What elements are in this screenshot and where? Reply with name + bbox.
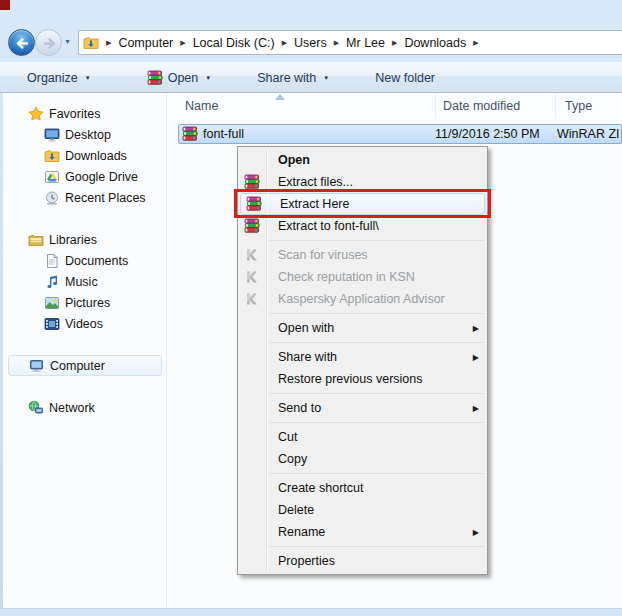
menu-item-label: Check reputation in KSN bbox=[278, 270, 415, 284]
sidebar-item-label: Videos bbox=[65, 317, 103, 331]
breadcrumb-item-computer[interactable]: Computer bbox=[118, 36, 173, 50]
new-folder-button[interactable]: New folder bbox=[366, 67, 444, 89]
gdrive-icon bbox=[44, 169, 60, 185]
recent-pages-dropdown[interactable]: ▼ bbox=[64, 38, 71, 45]
menu-icon-gutter bbox=[238, 247, 266, 263]
menu-item-share-with[interactable]: Share with▶ bbox=[238, 346, 487, 368]
breadcrumb-separator-icon: ▶ bbox=[275, 39, 294, 47]
sidebar-item-music[interactable]: Music bbox=[3, 271, 166, 292]
back-button[interactable] bbox=[8, 29, 35, 56]
context-menu: OpenExtract files...Extract HereExtract … bbox=[237, 146, 488, 575]
organize-button[interactable]: Organize▼ bbox=[18, 67, 100, 89]
address-bar[interactable]: ▶Computer▶Local Disk (C:)▶Users▶Mr Lee▶D… bbox=[78, 30, 622, 55]
sidebar-item-network[interactable]: Network bbox=[3, 397, 166, 418]
sidebar-item-label: Recent Places bbox=[65, 191, 146, 205]
new-folder-label: New folder bbox=[375, 71, 435, 85]
file-row-font-full[interactable]: font-full11/9/2016 2:50 PMWinRAR ZI bbox=[178, 124, 622, 144]
breadcrumb-item-local-disk-c[interactable]: Local Disk (C:) bbox=[193, 36, 275, 50]
kaspersky-icon bbox=[244, 247, 260, 263]
sidebar-item-videos[interactable]: Videos bbox=[3, 313, 166, 334]
sidebar-group-network: Network bbox=[3, 397, 166, 418]
menu-icon-gutter bbox=[240, 196, 268, 212]
breadcrumb-separator-icon: ▶ bbox=[466, 39, 485, 47]
file-name: font-full bbox=[203, 127, 435, 141]
menu-item-label: Copy bbox=[278, 452, 307, 466]
menu-item-extract-files[interactable]: Extract files... bbox=[238, 171, 487, 193]
menu-item-open[interactable]: Open bbox=[238, 149, 487, 171]
sidebar-group-libraries: LibrariesDocumentsMusicPicturesVideos bbox=[3, 229, 166, 334]
breadcrumb-item-mr-lee[interactable]: Mr Lee bbox=[346, 36, 385, 50]
menu-item-properties[interactable]: Properties bbox=[238, 550, 487, 572]
sidebar-item-label: Music bbox=[65, 275, 98, 289]
column-header-date-modified[interactable]: Date modified bbox=[436, 93, 556, 118]
sidebar-item-recent-places[interactable]: Recent Places bbox=[3, 187, 166, 208]
menu-separator bbox=[269, 419, 485, 426]
sidebar-item-documents[interactable]: Documents bbox=[3, 250, 166, 271]
menu-separator bbox=[269, 543, 485, 550]
libraries-icon bbox=[28, 232, 44, 248]
menu-item-label: Delete bbox=[278, 503, 314, 517]
breadcrumb-item-downloads[interactable]: Downloads bbox=[404, 36, 466, 50]
menu-item-restore-previous-versions[interactable]: Restore previous versions bbox=[238, 368, 487, 390]
menu-item-copy[interactable]: Copy bbox=[238, 448, 487, 470]
menu-item-check-reputation-in-ksn: Check reputation in KSN bbox=[238, 266, 487, 288]
sidebar-item-desktop[interactable]: Desktop bbox=[3, 124, 166, 145]
menu-item-label: Extract Here bbox=[280, 197, 349, 211]
submenu-arrow-icon: ▶ bbox=[473, 528, 479, 537]
sort-ascending-icon bbox=[275, 94, 285, 100]
column-header-type[interactable]: Type bbox=[556, 93, 622, 118]
submenu-arrow-icon: ▶ bbox=[473, 353, 479, 362]
menu-separator bbox=[269, 390, 485, 397]
share-with-button[interactable]: Share with▼ bbox=[248, 67, 338, 89]
column-header-label: Type bbox=[565, 99, 592, 113]
menu-item-label: Extract files... bbox=[278, 175, 353, 189]
menu-item-hover-highlight bbox=[240, 193, 485, 215]
menu-item-label: Create shortcut bbox=[278, 481, 363, 495]
sidebar-item-libraries[interactable]: Libraries bbox=[3, 229, 166, 250]
open-button[interactable]: Open▼ bbox=[138, 66, 221, 90]
winrar-icon bbox=[244, 174, 260, 190]
open-label: Open bbox=[168, 71, 199, 85]
column-header-label: Date modified bbox=[443, 99, 520, 113]
breadcrumb-separator-icon: ▶ bbox=[99, 39, 118, 47]
menu-item-delete[interactable]: Delete bbox=[238, 499, 487, 521]
sidebar-item-label: Libraries bbox=[49, 233, 97, 247]
winrar-icon bbox=[147, 70, 163, 86]
menu-item-label: Cut bbox=[278, 430, 297, 444]
sidebar-item-pictures[interactable]: Pictures bbox=[3, 292, 166, 313]
dropdown-caret-icon: ▼ bbox=[205, 75, 211, 81]
menu-item-rename[interactable]: Rename▶ bbox=[238, 521, 487, 543]
menu-item-send-to[interactable]: Send to▶ bbox=[238, 397, 487, 419]
organize-label: Organize bbox=[27, 71, 78, 85]
menu-item-label: Restore previous versions bbox=[278, 372, 423, 386]
back-arrow-icon bbox=[13, 34, 32, 53]
sidebar-item-downloads[interactable]: Downloads bbox=[3, 145, 166, 166]
sidebar-item-google-drive[interactable]: Google Drive bbox=[3, 166, 166, 187]
documents-icon bbox=[44, 253, 60, 269]
sidebar-item-favorites[interactable]: Favorites bbox=[3, 103, 166, 124]
sidebar-item-label: Favorites bbox=[49, 107, 100, 121]
kaspersky-icon bbox=[244, 291, 260, 307]
menu-item-scan-for-viruses: Scan for viruses bbox=[238, 244, 487, 266]
menu-item-cut[interactable]: Cut bbox=[238, 426, 487, 448]
sidebar-item-computer[interactable]: Computer bbox=[8, 355, 162, 376]
winrar-icon bbox=[182, 126, 198, 142]
menu-icon-gutter bbox=[238, 218, 266, 234]
column-header-name[interactable]: Name bbox=[167, 93, 436, 118]
menu-item-extract-to-font-full[interactable]: Extract to font-full\ bbox=[238, 215, 487, 237]
menu-item-extract-here[interactable]: Extract Here bbox=[240, 193, 485, 215]
menu-item-open-with[interactable]: Open with▶ bbox=[238, 317, 487, 339]
kaspersky-icon bbox=[244, 269, 260, 285]
computer-icon bbox=[29, 358, 45, 374]
downloads-icon bbox=[44, 148, 60, 164]
dropdown-caret-icon: ▼ bbox=[85, 75, 91, 81]
forward-button[interactable] bbox=[35, 29, 62, 56]
breadcrumb-item-users[interactable]: Users bbox=[294, 36, 327, 50]
menu-item-create-shortcut[interactable]: Create shortcut bbox=[238, 477, 487, 499]
winrar-icon bbox=[244, 218, 260, 234]
menu-item-label: Extract to font-full\ bbox=[278, 219, 379, 233]
sidebar-item-label: Downloads bbox=[65, 149, 127, 163]
submenu-arrow-icon: ▶ bbox=[473, 324, 479, 333]
menu-item-label: Send to bbox=[278, 401, 321, 415]
status-bar bbox=[0, 608, 622, 616]
